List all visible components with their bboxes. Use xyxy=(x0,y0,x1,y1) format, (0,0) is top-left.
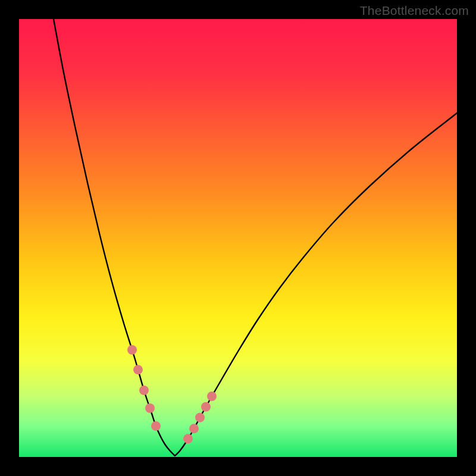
dotted-overlay xyxy=(127,345,217,443)
overlay-dot xyxy=(195,413,205,422)
overlay-dot xyxy=(201,402,211,412)
overlay-dot xyxy=(151,421,161,431)
chart-container: TheBottleneck.com xyxy=(0,0,476,476)
curve-right xyxy=(175,113,457,456)
overlay-dot xyxy=(207,392,217,401)
overlay-dot xyxy=(133,365,143,374)
watermark-text: TheBottleneck.com xyxy=(360,4,469,18)
curve-layer xyxy=(19,19,457,457)
overlay-dot xyxy=(145,403,155,413)
overlay-dot xyxy=(139,386,149,395)
overlay-dot xyxy=(127,345,137,355)
curve-left xyxy=(54,19,175,456)
plot-area xyxy=(19,19,457,457)
overlay-dot xyxy=(189,424,199,433)
overlay-dot xyxy=(183,434,193,443)
